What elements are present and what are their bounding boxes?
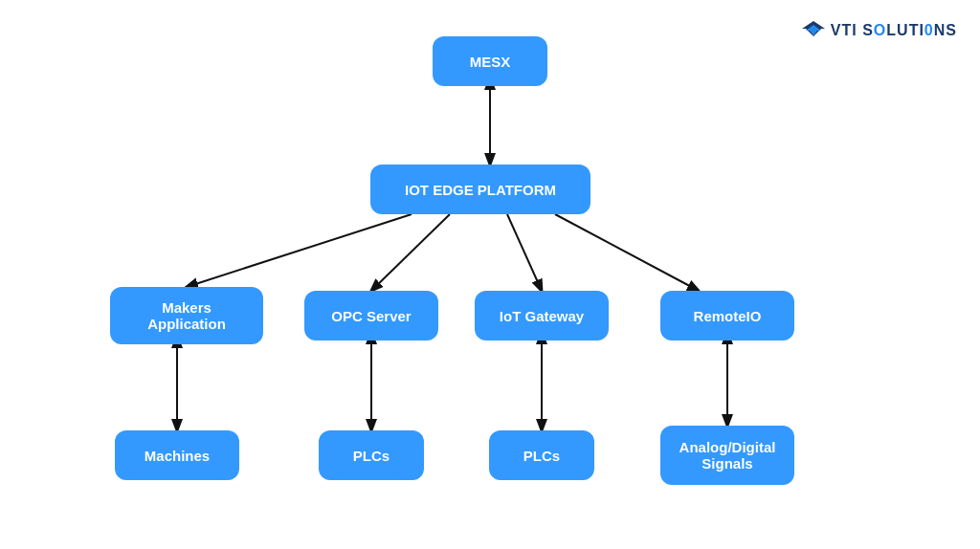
- iot-gw-label: IoT Gateway: [500, 308, 584, 324]
- remote-label: RemoteIO: [694, 308, 762, 324]
- node-mesx: MESX: [433, 36, 547, 86]
- opc-label: OPC Server: [331, 308, 411, 324]
- vti-logo-icon: [800, 17, 827, 44]
- svg-line-2: [371, 214, 450, 291]
- logo-text: VTI SOLUTI0NS: [831, 22, 957, 39]
- logo: VTI SOLUTI0NS: [800, 17, 957, 44]
- svg-line-4: [555, 214, 699, 291]
- machines-label: Machines: [145, 448, 210, 464]
- svg-line-1: [187, 214, 412, 287]
- node-opc: OPC Server: [304, 291, 438, 340]
- makers-label: Makers Application: [122, 299, 252, 332]
- plcs1-label: PLCs: [353, 448, 390, 464]
- plcs2-label: PLCs: [523, 448, 560, 464]
- node-makers: Makers Application: [110, 287, 263, 344]
- iot-edge-label: IOT EDGE PLATFORM: [405, 182, 556, 198]
- mesx-label: MESX: [470, 54, 511, 70]
- analog-label: Analog/Digital Signals: [672, 439, 783, 472]
- node-iot-edge: IOT EDGE PLATFORM: [370, 165, 590, 214]
- node-remote: RemoteIO: [660, 291, 794, 340]
- svg-line-3: [507, 214, 542, 291]
- node-plcs-1: PLCs: [319, 430, 424, 480]
- node-analog: Analog/Digital Signals: [660, 426, 794, 485]
- diagram-container: MESX IOT EDGE PLATFORM Makers Applicatio…: [0, 0, 980, 549]
- node-iot-gw: IoT Gateway: [475, 291, 609, 340]
- node-plcs-2: PLCs: [489, 430, 594, 480]
- node-machines: Machines: [115, 430, 239, 480]
